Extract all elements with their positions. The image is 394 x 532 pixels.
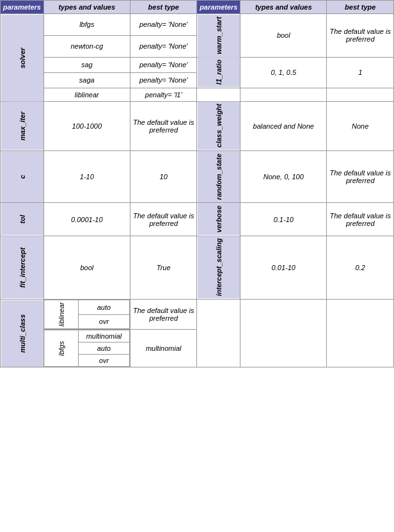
param-l1-ratio: l1_ratio [197,57,240,88]
empty-cell [240,88,327,101]
header-param2: parameters [197,1,240,14]
param-warm-start: warm_start [197,14,240,58]
warm-start-best: The default value is preferred [327,14,394,58]
table-row: fit_intercept bool True intercept_scalin… [1,236,394,299]
table-row: liblinear penalty= 'l1' [1,88,394,101]
main-table: parameters types and values best type pa… [0,0,394,367]
multiclass-lbfgs-val2: auto [78,343,129,355]
param-multi-class: multi_class [1,300,44,367]
solver-val-3: sag [43,57,130,72]
table-row: c 1-10 10 random_state None, 0, 100 The … [1,151,394,203]
multiclass-liblinear-val1: auto [78,300,129,314]
solver-best-5: penalty= 'l1' [130,88,197,101]
verbose-best: The default value is preferred [327,203,394,236]
solver-val-4: saga [43,72,130,88]
param-fit-intercept: fit_intercept [1,236,44,299]
multiclass-liblinear-label: liblinear [44,300,78,329]
max-iter-val: 100-1000 [43,101,130,150]
table-row: sag penalty= 'None' l1_ratio 0, 1, 0.5 1 [1,57,394,72]
param-intercept-scaling: intercept_scaling [197,236,240,299]
tol-val: 0.0001-10 [43,203,130,236]
verbose-val: 0.1-10 [240,203,327,236]
multiclass-lbfgs-val3: ovr [78,355,129,367]
header-best1: best type [130,1,197,14]
header-types2: types and values [240,1,327,14]
table-row: max_iter 100-1000 The default value is p… [1,101,394,150]
param-class-weight: class_weight [197,101,240,150]
intercept-scaling-best: 0.2 [327,236,394,299]
multiclass-lbfgs-label: lbfgs [44,330,78,367]
tol-best: The default value is preferred [130,203,197,236]
empty [197,300,240,367]
c-best: 10 [130,151,197,203]
solver-best-1: penalty= 'None' [130,14,197,36]
fit-intercept-val: bool [43,236,130,299]
empty [327,300,394,367]
solver-best-3: penalty= 'None' [130,57,197,72]
solver-best-4: penalty= 'None' [130,72,197,88]
solver-val-2: newton-cg [43,35,130,57]
c-val: 1-10 [43,151,130,203]
param-c: c [1,151,44,203]
class-weight-val: balanced and None [240,101,327,150]
solver-val-5: liblinear [43,88,130,101]
random-state-best: The default value is preferred [327,151,394,203]
multiclass-liblinear-val2: ovr [78,314,129,328]
param-random-state: random_state [197,151,240,203]
l1-ratio-val: 0, 1, 0.5 [240,57,327,88]
l1-ratio-best: 1 [327,57,394,88]
header-param1: parameters [1,1,44,14]
header-best2: best type [327,1,394,14]
header-types1: types and values [43,1,130,14]
table-row: solver lbfgs penalty= 'None' warm_start … [1,14,394,36]
table-row: tol 0.0001-10 The default value is prefe… [1,203,394,236]
param-verbose: verbose [197,203,240,236]
max-iter-best: The default value is preferred [130,101,197,150]
multiclass-lbfgs-val1: multinomial [78,330,129,343]
solver-best-2: penalty= 'None' [130,35,197,57]
param-tol: tol [1,203,44,236]
solver-val-1: lbfgs [43,14,130,36]
intercept-scaling-val: 0.01-10 [240,236,327,299]
param-max-iter: max_iter [1,101,44,150]
empty [240,300,327,367]
param-solver: solver [1,14,44,102]
random-state-val: None, 0, 100 [240,151,327,203]
warm-start-val: bool [240,14,327,58]
empty-cell [197,88,240,101]
empty-cell [327,88,394,101]
multiclass-lbfgs-best: multinomial [130,330,197,367]
fit-intercept-best: True [130,236,197,299]
class-weight-best: None [327,101,394,150]
multiclass-liblinear-best: The default value is preferred [130,300,197,330]
